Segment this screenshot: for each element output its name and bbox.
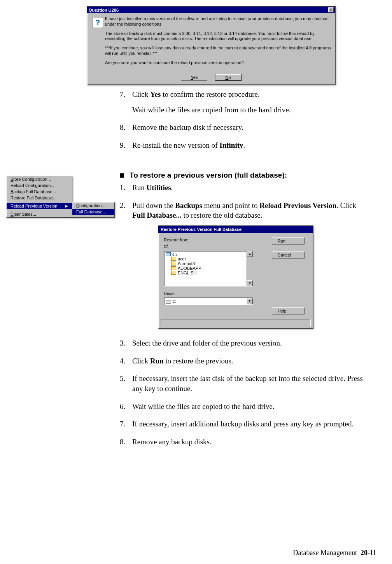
section-heading: To restore a previous version (full data… bbox=[130, 171, 287, 180]
no-button[interactable]: No bbox=[215, 74, 242, 81]
menu-item[interactable]: Configuration... bbox=[72, 203, 114, 209]
dialog-text: If have just installed a new version of … bbox=[105, 16, 331, 69]
page-footer: Database Management 20-11 bbox=[293, 549, 376, 557]
menu-item[interactable]: Store Configuration... bbox=[7, 176, 72, 182]
step: 6.Wait while the files are copied to the… bbox=[120, 402, 369, 412]
menu-item[interactable]: Backup Full Database... bbox=[7, 189, 72, 195]
dialog-titlebar: Restore Previous Version Full Database bbox=[158, 226, 313, 233]
section-restore-full: To restore a previous version (full data… bbox=[120, 171, 369, 228]
square-bullet-icon bbox=[120, 173, 124, 178]
step: 8.Remove the backup disk if necessary. bbox=[120, 122, 369, 133]
chevron-down-icon[interactable]: ▼ bbox=[247, 298, 253, 304]
question-dialog: Question U206 × ? If have just installed… bbox=[87, 6, 336, 85]
status-bar bbox=[161, 319, 311, 326]
menu-item[interactable]: Reload Configuration... bbox=[7, 182, 72, 189]
run-button[interactable]: Run bbox=[272, 237, 304, 244]
step: 5.If necessary, insert the last disk of … bbox=[120, 374, 369, 393]
menu-item[interactable]: Restore Full Database... bbox=[7, 195, 72, 201]
folder-item[interactable]: ENGLISH bbox=[165, 271, 246, 275]
step: 4.Click Run to restore the previous. bbox=[120, 356, 369, 366]
folder-item[interactable]: c:\ bbox=[165, 252, 246, 257]
steps-continue: 7.Click Yes to confirm the restore proce… bbox=[120, 89, 369, 158]
step: 7.If necessary, insert additional backup… bbox=[120, 419, 369, 429]
folder-icon bbox=[171, 271, 176, 275]
step: 1.Run Utilities. bbox=[120, 183, 369, 193]
step: 3.Select the drive and folder of the pre… bbox=[120, 338, 369, 348]
question-icon: ? bbox=[92, 17, 103, 28]
step: 2.Pull down the Backups menu and point t… bbox=[120, 201, 369, 220]
yes-button[interactable]: Yes bbox=[181, 74, 207, 81]
drive-combobox[interactable]: c: ▼ bbox=[164, 297, 253, 305]
scrollbar[interactable]: ▲ ▼ bbox=[247, 251, 253, 286]
step: 9.Re-install the new version of Infinity… bbox=[120, 140, 369, 150]
folder-item[interactable]: acer bbox=[165, 257, 246, 261]
folder-icon bbox=[166, 252, 171, 256]
dialog-title: Question U206 bbox=[89, 8, 119, 12]
folder-icon bbox=[171, 257, 176, 261]
menu-item[interactable]: Full Database... bbox=[72, 209, 114, 215]
folder-item[interactable]: ADOBEAPP bbox=[165, 266, 246, 271]
step: 7.Click Yes to confirm the restore proce… bbox=[120, 89, 369, 115]
steps-restore: 3.Select the drive and folder of the pre… bbox=[120, 338, 369, 454]
restore-dialog: Restore Previous Version Full Database R… bbox=[158, 225, 313, 329]
chevron-right-icon: ▶ bbox=[65, 204, 68, 208]
cancel-button[interactable]: Cancel bbox=[272, 251, 304, 258]
menu-item[interactable]: Clear Sales... bbox=[7, 211, 72, 217]
folder-listbox[interactable]: c:\acerAcrobat3ADOBEAPPENGLISH ▲ ▼ bbox=[164, 251, 253, 286]
menu-item[interactable]: Reload Previous Version▶ bbox=[7, 203, 72, 209]
folder-icon bbox=[171, 262, 176, 265]
scroll-down-icon[interactable]: ▼ bbox=[247, 280, 253, 286]
folder-icon bbox=[171, 266, 176, 270]
close-icon[interactable]: × bbox=[328, 7, 334, 12]
folder-item[interactable]: Acrobat3 bbox=[165, 261, 246, 266]
backups-menu: Store Configuration...Reload Configurati… bbox=[6, 176, 115, 218]
dialog-titlebar: Question U206 × bbox=[87, 7, 335, 13]
scroll-up-icon[interactable]: ▲ bbox=[247, 251, 253, 257]
help-button[interactable]: Help bbox=[272, 307, 304, 314]
step: 8.Remove any backup disks. bbox=[120, 437, 369, 447]
drive-label: Drive: bbox=[164, 291, 308, 296]
